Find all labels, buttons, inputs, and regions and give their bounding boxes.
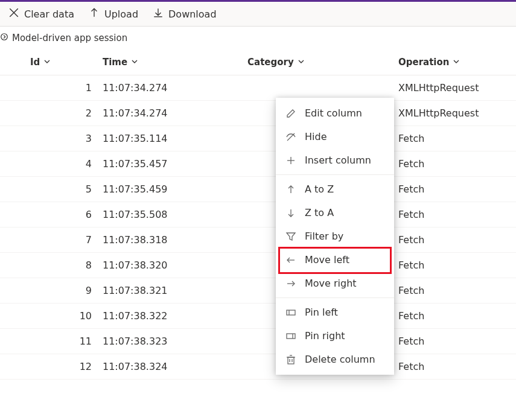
menu-filter-label: Filter by [305,231,343,242]
pin-left-icon [285,307,296,318]
svg-point-5 [1,34,8,40]
cell-operation: Fetch [398,177,516,202]
menu-move-right[interactable]: Move right [276,272,394,295]
table-body: 111:07:34.274XMLHttpRequest211:07:34.274… [0,75,516,380]
table-row[interactable]: 511:07:35.459Fetch [0,177,516,202]
menu-insert-column[interactable]: Insert column [276,148,394,172]
column-header-id[interactable]: Id [30,49,103,75]
data-table: Id Time Category Operation [0,49,516,380]
table-row[interactable]: 1011:07:38.322Fetch [0,304,516,329]
arrow-left-icon [285,255,296,266]
cell-id: 3 [30,126,103,151]
breadcrumb-label: Model-driven app session [12,33,127,43]
menu-pin-left-label: Pin left [305,307,338,318]
cell-operation: Fetch [398,151,516,177]
menu-move-left-label: Move left [305,254,349,266]
cell-id: 6 [30,202,103,228]
svg-rect-18 [288,357,294,364]
cell-id: 1 [30,75,103,101]
chevron-right-icon [0,33,8,43]
download-button[interactable]: Download [153,7,217,21]
table-row[interactable]: 1211:07:38.324Fetch [0,354,516,380]
cell-time: 11:07:38.320 [103,253,247,278]
cell-operation: Fetch [398,329,516,354]
menu-delete-label: Delete column [305,354,375,365]
upload-label: Upload [104,8,138,20]
cell-id: 8 [30,253,103,278]
cell-operation: Fetch [398,253,516,278]
menu-delete-column[interactable]: Delete column [276,348,394,371]
menu-sort-za[interactable]: Z to A [276,201,394,224]
cell-id: 11 [30,329,103,354]
cell-time: 11:07:38.324 [103,354,247,380]
arrow-right-icon [285,278,296,289]
cell-id: 2 [30,101,103,126]
cell-id: 5 [30,177,103,202]
chevron-down-icon [131,57,138,68]
menu-edit-column[interactable]: Edit column [276,101,394,125]
table-row[interactable]: 411:07:35.457Fetch [0,151,516,177]
column-time-label: Time [103,57,127,68]
column-category-label: Category [247,57,294,68]
cell-operation: Fetch [398,126,516,151]
svg-rect-16 [287,334,295,339]
trash-icon [285,354,296,365]
column-context-menu: Edit column Hide Insert column A to Z [276,98,394,375]
upload-icon [89,7,100,21]
menu-sort-az[interactable]: A to Z [276,177,394,201]
cell-category [247,75,398,101]
upload-button[interactable]: Upload [89,7,138,21]
menu-insert-label: Insert column [305,154,371,166]
arrow-up-icon [285,184,296,195]
menu-pin-left[interactable]: Pin left [276,301,394,324]
download-icon [153,7,164,21]
cell-operation: Fetch [398,228,516,253]
cell-time: 11:07:35.114 [103,126,247,151]
menu-divider [276,298,394,298]
cell-id: 9 [30,278,103,304]
cell-operation: Fetch [398,304,516,329]
pin-right-icon [285,331,296,342]
cell-operation: Fetch [398,278,516,304]
svg-marker-11 [287,233,295,240]
cell-time: 11:07:35.457 [103,151,247,177]
menu-pin-right[interactable]: Pin right [276,324,394,348]
clear-data-button[interactable]: Clear data [8,7,74,21]
menu-filter-by[interactable]: Filter by [276,224,394,248]
chevron-down-icon [453,57,460,68]
menu-move-left[interactable]: Move left [276,248,394,272]
breadcrumb: Model-driven app session [0,27,516,49]
menu-sort-za-label: Z to A [305,207,334,218]
arrow-down-icon [285,208,296,218]
column-header-category[interactable]: Category [247,49,398,75]
menu-sort-az-label: A to Z [305,183,334,195]
cell-operation: Fetch [398,202,516,228]
menu-hide[interactable]: Hide [276,125,394,148]
cell-id: 4 [30,151,103,177]
cell-time: 11:07:35.459 [103,177,247,202]
table-row[interactable]: 1111:07:38.323Fetch [0,329,516,354]
cell-time: 11:07:35.508 [103,202,247,228]
menu-edit-label: Edit column [305,107,362,119]
cell-time: 11:07:38.321 [103,278,247,304]
table-row[interactable]: 911:07:38.321Fetch [0,278,516,304]
table-row[interactable]: 811:07:38.320Fetch [0,253,516,278]
hide-icon [285,132,296,142]
table-row[interactable]: 611:07:35.508Fetch [0,202,516,228]
cell-time: 11:07:38.322 [103,304,247,329]
clear-data-label: Clear data [24,8,74,20]
menu-pin-right-label: Pin right [305,330,345,342]
table-row[interactable]: 211:07:34.274XMLHttpRequest [0,101,516,126]
cell-id: 12 [30,354,103,380]
cell-time: 11:07:34.274 [103,75,247,101]
table-row[interactable]: 311:07:35.114Fetch [0,126,516,151]
table-row[interactable]: 111:07:34.274XMLHttpRequest [0,75,516,101]
menu-hide-label: Hide [305,131,326,142]
column-header-time[interactable]: Time [103,49,247,75]
download-label: Download [168,8,217,20]
svg-rect-14 [287,310,295,315]
column-header-operation[interactable]: Operation [398,49,516,75]
filter-icon [285,231,296,242]
column-id-label: Id [30,57,40,68]
table-row[interactable]: 711:07:38.318Fetch [0,228,516,253]
